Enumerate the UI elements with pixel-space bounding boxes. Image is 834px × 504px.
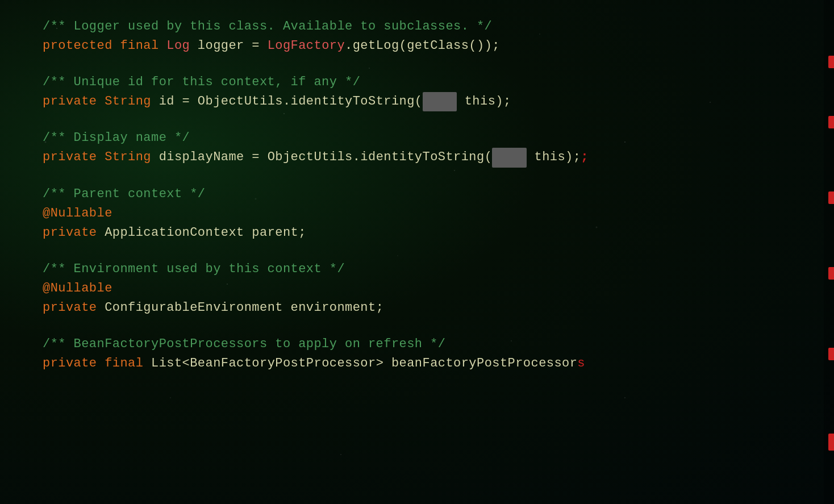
ident-id: id = [159, 94, 198, 109]
redbar-2 [828, 116, 834, 128]
code-logger: protected final Log logger = LogFactory.… [43, 36, 800, 56]
code-block-id: /** Unique id for this context, if any *… [43, 73, 800, 111]
code-block-parent: /** Parent context */ @Nullable private … [43, 185, 800, 243]
keyword-final-1: final [120, 39, 166, 53]
keyword-private-5: private [43, 356, 105, 370]
ident-bfpp: beanFactoryPostProcessor [391, 356, 577, 370]
class-log: Log [166, 39, 198, 53]
code-block-bfpp: /** BeanFactoryPostProcessors to apply o… [43, 335, 800, 373]
ident-this-2: this); [527, 150, 581, 164]
keyword-private-1: private [43, 94, 105, 109]
code-block-displayname: /** Display name */ private String displ… [43, 128, 800, 167]
class-bfpp: BeanFactoryPostProcessor [190, 356, 376, 370]
redbar-4 [828, 267, 834, 280]
punct-gt: > [376, 356, 391, 370]
ident-environment: environment; [291, 301, 384, 315]
code-parent: private ApplicationContext parent; [43, 223, 800, 243]
comment-parent: /** Parent context */ [43, 185, 800, 204]
code-block-environment: /** Environment used by this context */ … [43, 260, 800, 318]
keyword-string-2: String [105, 150, 159, 164]
code-environment: private ConfigurableEnvironment environm… [43, 298, 800, 318]
comment-displayname: /** Display name */ [43, 128, 800, 148]
redbar-3 [828, 191, 834, 204]
keyword-private-4: private [43, 301, 105, 315]
method-identitytostring-1: identityToString( [291, 94, 423, 109]
redbar-1 [828, 56, 834, 68]
scrollbar[interactable] [824, 0, 834, 504]
comment-id: /** Unique id for this context, if any *… [43, 73, 800, 92]
keyword-private-2: private [43, 150, 105, 164]
class-objectutils-2: ObjectUtils. [268, 150, 361, 164]
keyword-final-2: final [105, 356, 151, 370]
highlight-1 [423, 92, 457, 111]
redbar-5 [828, 348, 834, 360]
code-container: /** Logger used by this class. Available… [0, 0, 834, 504]
keyword-protected: protected [43, 39, 120, 53]
class-list: List< [151, 356, 190, 370]
class-logfactory: LogFactory [268, 39, 345, 53]
ident-displayname: displayName = [159, 150, 268, 164]
code-displayname: private String displayName = ObjectUtils… [43, 148, 800, 167]
method-identitytostring-2: identityToString( [360, 150, 492, 164]
comment-logger: /** Logger used by this class. Available… [43, 17, 800, 36]
class-objectutils-1: ObjectUtils. [198, 94, 291, 109]
code-bfpp: private final List<BeanFactoryPostProces… [43, 354, 800, 373]
class-appcontext: ApplicationContext [105, 226, 252, 240]
annotation-nullable-1: @Nullable [43, 204, 800, 223]
keyword-string-1: String [105, 94, 159, 109]
annotation-nullable-2: @Nullable [43, 279, 800, 298]
highlight-2 [492, 148, 527, 167]
class-configurableenv: ConfigurableEnvironment [105, 301, 290, 315]
code-block-logger: /** Logger used by this class. Available… [43, 17, 800, 56]
redbar-markers [826, 0, 834, 504]
ident-parent: parent; [252, 226, 306, 240]
ident-logger: logger = [198, 39, 268, 53]
code-id: private String id = ObjectUtils.identity… [43, 92, 800, 111]
method-getlog: getLog(getClass()); [353, 39, 500, 53]
ident-this-1: this); [457, 94, 511, 109]
redbar-6 [828, 434, 834, 451]
punct-dot1: . [345, 39, 353, 53]
comment-bfpp: /** BeanFactoryPostProcessors to apply o… [43, 335, 800, 354]
comment-environment: /** Environment used by this context */ [43, 260, 800, 279]
keyword-private-3: private [43, 226, 105, 240]
